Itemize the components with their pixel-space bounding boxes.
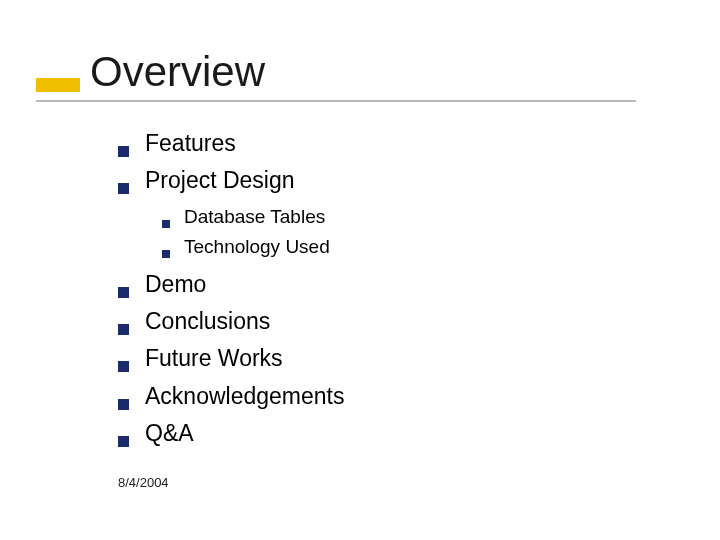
list-item: Technology Used — [162, 234, 344, 260]
list-item: Future Works — [118, 343, 344, 374]
list-item: Database Tables — [162, 204, 344, 230]
square-bullet-icon — [162, 220, 170, 228]
square-bullet-icon — [118, 436, 129, 447]
square-bullet-icon — [118, 287, 129, 298]
square-bullet-icon — [118, 183, 129, 194]
list-item-label: Future Works — [145, 343, 283, 374]
bullet-list: Demo Conclusions Future Works Acknowledg… — [118, 269, 344, 448]
list-item-label: Technology Used — [184, 234, 330, 260]
list-item-label: Conclusions — [145, 306, 270, 337]
list-item: Q&A — [118, 418, 344, 449]
list-item: Conclusions — [118, 306, 344, 337]
list-item-label: Project Design — [145, 165, 295, 196]
slide-title: Overview — [90, 48, 265, 96]
slide: Overview Features Project Design Databas… — [0, 0, 720, 540]
square-bullet-icon — [118, 146, 129, 157]
square-bullet-icon — [118, 324, 129, 335]
footer-date: 8/4/2004 — [118, 475, 169, 490]
bullet-list: Features Project Design — [118, 128, 344, 196]
list-item: Features — [118, 128, 344, 159]
square-bullet-icon — [118, 399, 129, 410]
list-item: Acknowledgements — [118, 381, 344, 412]
list-item: Project Design — [118, 165, 344, 196]
list-item-label: Demo — [145, 269, 206, 300]
square-bullet-icon — [162, 250, 170, 258]
content-area: Features Project Design Database Tables … — [118, 128, 344, 455]
sub-bullet-list: Database Tables Technology Used — [162, 204, 344, 259]
title-accent-bar — [36, 78, 80, 92]
list-item-label: Acknowledgements — [145, 381, 344, 412]
list-item-label: Features — [145, 128, 236, 159]
list-item-label: Database Tables — [184, 204, 325, 230]
title-underline — [36, 100, 636, 102]
list-item-label: Q&A — [145, 418, 194, 449]
list-item: Demo — [118, 269, 344, 300]
square-bullet-icon — [118, 361, 129, 372]
